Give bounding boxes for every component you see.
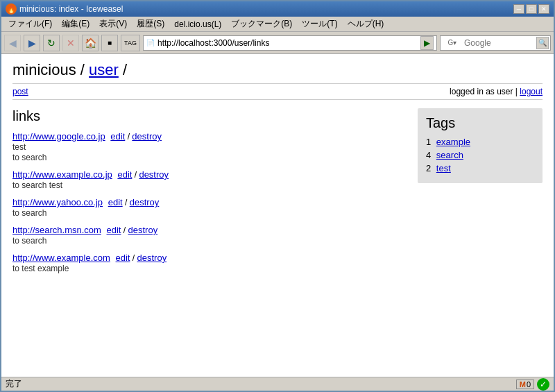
destroy-link[interactable]: destroy bbox=[130, 197, 160, 207]
list-item: 2 test bbox=[426, 163, 534, 173]
reload-button[interactable]: ↻ bbox=[43, 35, 60, 51]
mail-badge: M 0 bbox=[516, 380, 534, 389]
list-item: http://search.msn.com edit / destroy to … bbox=[12, 225, 404, 246]
menubar: ファイル(F) 編集(E) 表示(V) 履歴(S) del.icio.us(L)… bbox=[1, 17, 554, 32]
status-indicator: ✓ bbox=[537, 378, 549, 391]
list-item: http://www.example.co.jp edit / destroy … bbox=[12, 169, 404, 190]
edit-link[interactable]: edit bbox=[108, 197, 123, 207]
close-button[interactable]: ✕ bbox=[538, 4, 549, 14]
edit-link[interactable]: edit bbox=[117, 169, 132, 180]
edit-link[interactable]: edit bbox=[107, 225, 121, 235]
link-url[interactable]: http://www.google.co.jp bbox=[12, 131, 105, 142]
tag-count: 1 bbox=[426, 137, 431, 147]
google-label: G▾ bbox=[442, 39, 463, 46]
tag-count: 4 bbox=[426, 150, 431, 160]
stop-button[interactable]: ✕ bbox=[62, 35, 79, 51]
edit-link[interactable]: edit bbox=[110, 131, 125, 142]
link-actions: edit / destroy bbox=[116, 253, 167, 263]
titlebar-left: 🔥 minicious: index - Iceweasel bbox=[6, 3, 123, 15]
destroy-link[interactable]: destroy bbox=[139, 169, 169, 180]
brand-name: minicious bbox=[12, 61, 76, 78]
page-content: minicious / user / post logged in as use… bbox=[1, 54, 554, 377]
home-button[interactable]: 🏠 bbox=[82, 35, 99, 51]
list-item: http://www.example.com edit / destroy to… bbox=[12, 253, 404, 273]
forward-button[interactable]: ▶ bbox=[24, 35, 40, 51]
destroy-link[interactable]: destroy bbox=[132, 131, 162, 142]
statusbar: 完了 M 0 ✓ bbox=[1, 377, 554, 391]
site-header: minicious / user / bbox=[12, 61, 543, 79]
logout-link[interactable]: logout bbox=[520, 87, 543, 96]
tag-count: 2 bbox=[426, 163, 431, 173]
toolbar: ◀ ▶ ↻ ✕ 🏠 ■ TAG 📄 ▶ G▾ 🔍 bbox=[1, 32, 554, 54]
action-divider: / bbox=[123, 225, 128, 235]
tag-link[interactable]: example bbox=[436, 137, 470, 147]
lock-icon: 📄 bbox=[146, 39, 155, 46]
tags-section: Tags 1 example 4 search 2 test bbox=[418, 108, 543, 183]
link-tags: to search bbox=[12, 208, 404, 218]
links-section: links http://www.google.co.jp edit / des… bbox=[12, 108, 404, 280]
list-item: http://www.yahoo.co.jp edit / destroy to… bbox=[12, 197, 404, 218]
address-input[interactable] bbox=[157, 38, 418, 48]
links-title: links bbox=[12, 108, 404, 124]
go-arrow-icon: ▶ bbox=[424, 38, 430, 48]
check-icon: ✓ bbox=[540, 380, 547, 389]
search-bar: G▾ 🔍 bbox=[440, 35, 551, 51]
menu-file[interactable]: ファイル(F) bbox=[4, 17, 56, 31]
destroy-link[interactable]: destroy bbox=[137, 253, 167, 263]
separator-2: / bbox=[123, 61, 127, 78]
address-bar: 📄 ▶ bbox=[143, 35, 437, 51]
browser-icon: 🔥 bbox=[6, 3, 17, 15]
search-button[interactable]: 🔍 bbox=[536, 37, 549, 49]
statusbar-right: M 0 ✓ bbox=[516, 378, 549, 391]
menu-delicious[interactable]: del.icio.us(L) bbox=[170, 19, 225, 30]
edit-link[interactable]: edit bbox=[116, 253, 130, 263]
user-link[interactable]: user bbox=[89, 61, 119, 78]
link-actions: edit / destroy bbox=[108, 198, 160, 207]
action-divider: / bbox=[133, 253, 137, 263]
screenshot-button[interactable]: ■ bbox=[101, 35, 118, 51]
post-link[interactable]: post bbox=[12, 87, 28, 96]
maximize-button[interactable]: □ bbox=[526, 4, 537, 14]
menu-help[interactable]: ヘルプ(H) bbox=[343, 17, 388, 31]
menu-bookmarks[interactable]: ブックマーク(B) bbox=[227, 17, 296, 31]
mail-icon: M bbox=[520, 380, 526, 389]
tag-button[interactable]: TAG bbox=[121, 35, 140, 51]
link-url[interactable]: http://www.example.co.jp bbox=[12, 169, 112, 180]
tag-link[interactable]: search bbox=[436, 150, 463, 160]
titlebar: 🔥 minicious: index - Iceweasel ─ □ ✕ bbox=[1, 1, 554, 17]
titlebar-title: minicious: index - Iceweasel bbox=[19, 4, 123, 14]
tag-link[interactable]: test bbox=[436, 163, 451, 173]
menu-tools[interactable]: ツール(T) bbox=[298, 17, 341, 31]
logged-in-text: logged in as user bbox=[450, 87, 513, 96]
link-url[interactable]: http://search.msn.com bbox=[12, 225, 101, 235]
main-layout: links http://www.google.co.jp edit / des… bbox=[12, 108, 543, 280]
link-actions: edit / destroy bbox=[117, 170, 169, 180]
go-button[interactable]: ▶ bbox=[420, 36, 434, 50]
link-actions: edit / destroy bbox=[110, 132, 162, 142]
titlebar-buttons: ─ □ ✕ bbox=[513, 4, 549, 14]
back-button[interactable]: ◀ bbox=[4, 35, 21, 51]
link-tags: to search test bbox=[12, 180, 404, 190]
status-text: 完了 bbox=[6, 378, 22, 390]
action-divider: / bbox=[125, 198, 130, 207]
list-item: http://www.google.co.jp edit / destroy t… bbox=[12, 131, 404, 162]
menu-view[interactable]: 表示(V) bbox=[95, 17, 131, 31]
tags-title: Tags bbox=[426, 115, 534, 131]
destroy-link[interactable]: destroy bbox=[128, 225, 158, 235]
minimize-button[interactable]: ─ bbox=[513, 4, 524, 14]
link-url[interactable]: http://www.example.com bbox=[12, 253, 110, 263]
link-tags: to search bbox=[12, 153, 404, 162]
link-tags: to test example bbox=[12, 264, 404, 273]
link-description: test bbox=[12, 142, 404, 152]
search-input[interactable] bbox=[464, 38, 535, 48]
page-area: minicious / user / post logged in as use… bbox=[1, 54, 554, 377]
browser-window: 🔥 minicious: index - Iceweasel ─ □ ✕ ファイ… bbox=[0, 0, 555, 392]
list-item: 4 search bbox=[426, 150, 534, 160]
menu-edit[interactable]: 編集(E) bbox=[58, 17, 94, 31]
list-item: 1 example bbox=[426, 137, 534, 147]
mail-count: 0 bbox=[527, 380, 531, 389]
link-actions: edit / destroy bbox=[107, 225, 158, 235]
link-url[interactable]: http://www.yahoo.co.jp bbox=[12, 197, 103, 207]
link-tags: to search bbox=[12, 236, 404, 246]
menu-history[interactable]: 履歴(S) bbox=[133, 17, 169, 31]
